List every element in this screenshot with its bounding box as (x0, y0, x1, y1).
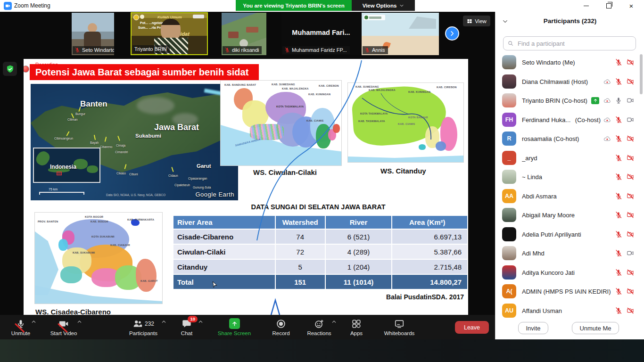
avatar: FH (502, 113, 516, 127)
start-video-button[interactable]: Start Video (42, 315, 85, 339)
map-label: KAB. BOGOR (91, 220, 108, 223)
unmute-me-button[interactable]: Unmute Me (572, 322, 619, 334)
video-tile-triyanto-active[interactable]: Kuliah Umum Pot... ...ngelolaan Sum... .… (131, 12, 208, 55)
smiley-icon (314, 319, 324, 329)
view-options-button[interactable]: View Options (352, 0, 415, 11)
security-shield-icon[interactable] (3, 62, 17, 76)
video-off-icon (627, 192, 634, 200)
participant-row[interactable]: Seto Windarto (Me) (495, 53, 641, 72)
invite-button[interactable]: Invite (518, 322, 548, 334)
river-label: Cibareno (100, 145, 112, 148)
river-label: Ciliman (67, 118, 78, 121)
close-button[interactable]: × (622, 1, 641, 10)
participant-row[interactable]: FH Ferdinand Huka... (Co-host) (495, 110, 641, 129)
chevron-up-icon[interactable] (198, 319, 203, 324)
map-label: KAB. SUMEDANG (355, 85, 379, 88)
avatar: A( (502, 284, 516, 298)
view-layout-button[interactable]: View (463, 16, 490, 26)
chat-button[interactable]: 10 Chat (166, 315, 207, 339)
map-label: KAB. CIREBON (319, 84, 339, 87)
participant-row[interactable]: AA Abdi Asmara (495, 187, 641, 206)
unmute-button[interactable]: Unmute (0, 315, 41, 339)
restore-button[interactable] (599, 1, 618, 10)
mic-on-icon (615, 97, 622, 104)
ws2-caption: WS. Citanduy (380, 167, 426, 175)
map-label: Sukabumi (135, 133, 161, 139)
participant-row[interactable]: Aditya Kuncoro Jati (495, 263, 641, 282)
minimize-button[interactable] (577, 1, 595, 10)
map-label: Jawa Barat (154, 123, 199, 132)
record-button[interactable]: Record (260, 315, 302, 339)
next-videos-button[interactable] (445, 26, 459, 41)
mic-muted-icon (615, 307, 622, 314)
cloud-recording-icon (603, 135, 611, 142)
map-label: KAB. SUKABUMI (73, 251, 95, 254)
river-label: Cipalebeuh (174, 183, 190, 187)
video-off-icon (627, 78, 634, 85)
participant-row[interactable]: R rosaamalia (Co-host) (495, 129, 641, 148)
table-row: Ciwulan-Cilaki 72 4 (289) 5.387,66 (173, 245, 467, 259)
map-label: KAB. CIANJUR (110, 244, 130, 247)
meeting-toolbar: Unmute Start Video 232 Participants 10 C… (0, 315, 495, 339)
leave-button[interactable]: Leave (455, 321, 489, 334)
participant-row[interactable]: ~ Linda (495, 167, 641, 186)
indonesia-inset-map: Indonesia (33, 148, 100, 183)
river-label: Cidaun (168, 174, 178, 177)
search-box[interactable] (503, 36, 636, 50)
participant-row[interactable]: _ _aryd (495, 148, 641, 167)
chevron-up-icon[interactable] (31, 319, 36, 324)
video-tile-diki[interactable]: diki riksandi (222, 13, 266, 55)
participants-button[interactable]: 232 Participants (117, 315, 170, 339)
mic-muted-icon (615, 211, 622, 219)
recording-dot (24, 66, 29, 73)
whiteboards-button[interactable]: Whiteboards (378, 315, 421, 339)
map-credits: Data SIO, NOAA, U.S. Navy, NGA, GEBCO (106, 193, 165, 197)
logo-badge (140, 15, 144, 19)
scale-bar (39, 192, 84, 195)
map-label: KAB. GARUT (140, 280, 158, 282)
building (246, 27, 258, 33)
map-label: KOTA BANJAR (408, 116, 428, 119)
chevron-up-icon[interactable] (77, 319, 82, 324)
apps-button[interactable]: Apps (336, 315, 377, 339)
map-label: KAB. TASIKMALAYA (358, 120, 385, 123)
people-icon (132, 319, 143, 329)
reactions-button[interactable]: Reactions (298, 315, 340, 339)
camera-off-icon (58, 319, 69, 329)
mic-muted-icon (615, 230, 622, 238)
mic-muted-icon (16, 319, 26, 329)
video-tile-annis[interactable]: Annis (362, 13, 439, 55)
participant-row[interactable]: A( ADMIN (HMPS PS IAIN KEDIRI) (495, 282, 641, 301)
participant-row[interactable]: AU Affandi Usman (495, 301, 641, 320)
participant-row[interactable]: Triyanto BRIN (Co-host) (495, 91, 641, 110)
video-off-icon (627, 288, 634, 295)
avatar (502, 74, 516, 89)
map-label: KAB. BANDUNG BARAT (224, 83, 256, 86)
mic-muted-icon (615, 116, 622, 123)
participant-row[interactable]: Adi Mhd (495, 244, 641, 263)
apps-icon (351, 319, 362, 329)
scrollbar[interactable] (640, 54, 643, 94)
participant-row[interactable]: Diana Chilmawati (Host) (495, 72, 641, 91)
map-label: KAB. KUNINGAN (308, 93, 330, 96)
google-earth-watermark: Google Earth (195, 191, 234, 198)
mic-muted-icon (284, 47, 290, 53)
table-title: DATA SUNGAI DI SELATAN JAWA BARAT (173, 203, 464, 211)
video-tile-muhammad[interactable]: Muhammad Fari... Muhammad Faridz FP... (281, 13, 361, 55)
ws-cisadea-cibareno-map: PROV. BANTEN KOTA BOGOR KAB. BOGOR KAB. … (34, 212, 163, 304)
river-label: Gunung-Sula (193, 186, 211, 189)
search-input[interactable] (517, 40, 632, 48)
scale-label: 75 km (49, 188, 58, 191)
map-label: KAB. MAJALENGKA (369, 89, 396, 91)
participant-row[interactable]: Abigail Mary Moore (495, 206, 641, 224)
avatar: AU (502, 304, 516, 318)
map-label: KOTA SUKABUMI (91, 235, 115, 238)
share-screen-button[interactable]: Share Screen (213, 315, 256, 339)
mic-muted-icon (615, 173, 622, 181)
tile-name-label: Seto Windarto (73, 46, 114, 54)
participant-row[interactable]: Adelia Putri Apriliyanti (495, 225, 641, 244)
chat-icon: 10 (182, 319, 192, 329)
logo-badge (193, 15, 204, 18)
avatar (502, 170, 516, 184)
video-tile-seto[interactable]: Seto Windarto (72, 13, 114, 55)
